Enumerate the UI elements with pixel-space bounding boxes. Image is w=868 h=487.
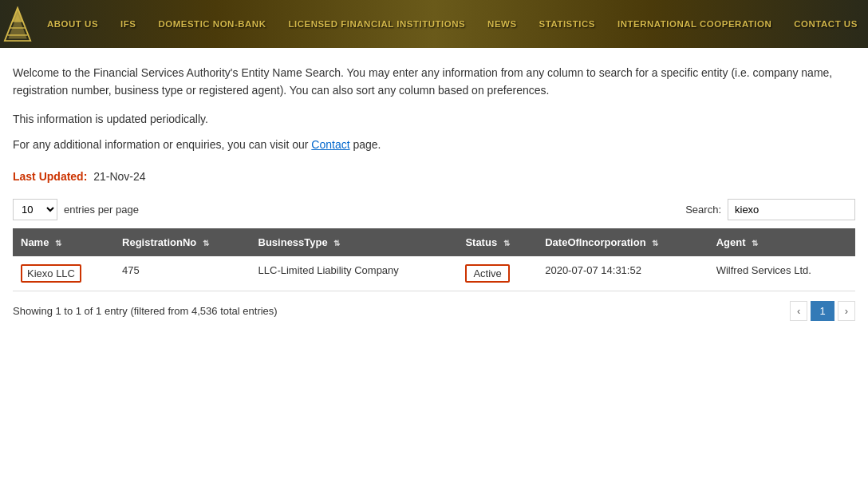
navbar-links: ABOUT US IFS DOMESTIC NON-BANK LICENSED …	[36, 0, 868, 48]
contact-link[interactable]: Contact	[311, 138, 349, 151]
page-next-button[interactable]: ›	[838, 301, 855, 321]
navbar: ABOUT US IFS DOMESTIC NON-BANK LICENSED …	[0, 0, 868, 48]
cell-name: Kiexo LLC	[13, 256, 114, 291]
table-controls: 10 25 50 100 entries per page Search:	[13, 199, 855, 220]
search-input[interactable]	[728, 199, 855, 220]
sort-arrows-biz: ⇅	[333, 239, 340, 247]
showing-text: Showing 1 to 1 of 1 entry (filtered from…	[13, 305, 278, 317]
sort-arrows-status: ⇅	[503, 239, 510, 247]
page-1-button[interactable]: 1	[811, 301, 834, 321]
nav-domestic-non-bank[interactable]: DOMESTIC NON-BANK	[147, 0, 277, 48]
table-body: Kiexo LLC 475 LLC-Limited Liability Comp…	[13, 256, 855, 291]
svg-marker-2	[12, 7, 23, 22]
col-status-header[interactable]: Status ⇅	[457, 228, 537, 256]
entries-per-page-select[interactable]: 10 25 50 100	[13, 199, 57, 220]
cell-date: 2020-07-07 14:31:52	[537, 256, 708, 291]
main-content: Welcome to the Financial Services Author…	[0, 48, 868, 329]
nav-news[interactable]: NEWS	[476, 0, 528, 48]
col-date-header[interactable]: DateOfIncorporation ⇅	[537, 228, 708, 256]
table-footer: Showing 1 to 1 of 1 entry (filtered from…	[13, 301, 855, 321]
logo	[0, 0, 36, 48]
search-label: Search:	[685, 204, 721, 216]
cell-reg-no: 475	[114, 256, 250, 291]
cell-business-type: LLC-Limited Liability Company	[251, 256, 458, 291]
nav-licensed-financial[interactable]: LICENSED FINANCIAL INSTITUTIONS	[277, 0, 476, 48]
nav-international[interactable]: INTERNATIONAL COOPERATION	[606, 0, 783, 48]
page-prev-button[interactable]: ‹	[790, 301, 807, 321]
last-updated-value: 21-Nov-24	[93, 170, 145, 183]
info-paragraph: This information is updated periodically…	[13, 113, 855, 125]
entity-name-boxed: Kiexo LLC	[21, 264, 81, 283]
pagination: ‹ 1 ›	[790, 301, 855, 321]
entries-control: 10 25 50 100 entries per page	[13, 199, 139, 220]
status-boxed: Active	[465, 264, 509, 283]
enquiry-prefix: For any additional information or enquir…	[13, 138, 311, 151]
sort-arrows-reg: ⇅	[203, 239, 209, 247]
col-name-header[interactable]: Name ⇅	[13, 228, 114, 256]
nav-ifs[interactable]: IFS	[109, 0, 147, 48]
last-updated: Last Updated: 21-Nov-24	[13, 170, 855, 183]
nav-about-us[interactable]: ABOUT US	[36, 0, 109, 48]
col-business-type-header[interactable]: BusinessType ⇅	[251, 228, 458, 256]
nav-contact-us[interactable]: CONTACT US	[783, 0, 868, 48]
enquiry-suffix: page.	[350, 138, 381, 151]
col-agent-header[interactable]: Agent ⇅	[708, 228, 855, 256]
table-header: Name ⇅ RegistrationNo ⇅ BusinessType ⇅ S…	[13, 228, 855, 256]
sort-arrows-agent: ⇅	[752, 239, 758, 247]
cell-agent: Wilfred Services Ltd.	[708, 256, 855, 291]
intro-paragraph: Welcome to the Financial Services Author…	[13, 64, 855, 100]
table-row: Kiexo LLC 475 LLC-Limited Liability Comp…	[13, 256, 855, 291]
sort-arrows-date: ⇅	[652, 239, 658, 247]
cell-status: Active	[457, 256, 537, 291]
entity-table: Name ⇅ RegistrationNo ⇅ BusinessType ⇅ S…	[13, 228, 855, 291]
entries-label: entries per page	[64, 204, 139, 216]
nav-statistics[interactable]: STATISTICS	[528, 0, 606, 48]
last-updated-label: Last Updated:	[13, 170, 87, 183]
sort-arrows-name: ⇅	[55, 239, 61, 247]
col-reg-no-header[interactable]: RegistrationNo ⇅	[114, 228, 250, 256]
enquiry-paragraph: For any additional information or enquir…	[13, 138, 855, 151]
search-control: Search:	[685, 199, 855, 220]
